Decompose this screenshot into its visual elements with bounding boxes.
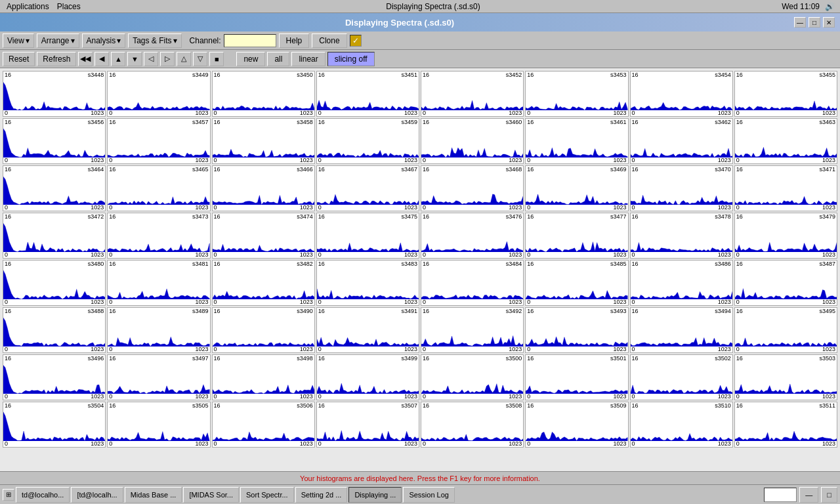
spectrum-cell[interactable]: 16s350101023	[525, 354, 628, 400]
spectrum-cell[interactable]: 16s345101023	[316, 71, 419, 117]
spectrum-cell[interactable]: 16s346501023	[107, 165, 210, 211]
nav-down2-button[interactable]: ▽	[193, 52, 207, 66]
os-places-menu[interactable]: Places	[53, 0, 85, 14]
spectrum-cell[interactable]: 16s348901023	[107, 307, 210, 353]
tags-fits-menu[interactable]: Tags & Fits ▾	[128, 33, 181, 48]
taskbar-btn-1[interactable]: td@localho...	[16, 487, 70, 503]
view-menu[interactable]: View ▾	[3, 33, 34, 48]
spectrum-cell[interactable]: 16s346701023	[316, 165, 419, 211]
spectrum-cell[interactable]: 16s345901023	[316, 118, 419, 164]
spectrum-cell[interactable]: 16s350001023	[421, 354, 524, 400]
spectrum-cell[interactable]: 16s348601023	[630, 260, 733, 306]
nav-stop-button[interactable]: ■	[209, 52, 224, 66]
spectrum-cell[interactable]: 16s349801023	[212, 354, 315, 400]
nav-up2-button[interactable]: △	[177, 52, 191, 66]
checkbox-checked[interactable]: ✓	[350, 35, 362, 47]
spectrum-cell[interactable]: 16s348401023	[421, 260, 524, 306]
spectrum-cell[interactable]: 16s347001023	[630, 165, 733, 211]
spectrum-cell[interactable]: 16s346101023	[525, 118, 628, 164]
channel-slicing-button[interactable]: slicing off	[327, 52, 375, 66]
minimize-button[interactable]: —	[794, 17, 806, 28]
spectrum-cell[interactable]: 16s350601023	[212, 402, 315, 448]
taskbar-minimize-all[interactable]: —	[799, 487, 818, 503]
refresh-button[interactable]: Refresh	[37, 52, 76, 66]
spectrum-cell[interactable]: 16s350701023	[316, 402, 419, 448]
spectrum-cell[interactable]: 16s351101023	[734, 402, 837, 448]
spectrum-cell[interactable]: 16s344901023	[107, 71, 210, 117]
spectrum-cell[interactable]: 16s350201023	[630, 354, 733, 400]
taskbar-btn-7[interactable]: Displaying ...	[348, 487, 402, 503]
arrange-menu[interactable]: Arrange ▾	[37, 33, 79, 48]
spectrum-cell[interactable]: 16s349501023	[734, 307, 837, 353]
taskbar-input[interactable]	[764, 488, 797, 502]
spectrum-cell[interactable]: 16s347701023	[525, 213, 628, 259]
spectrum-cell[interactable]: 16s349701023	[107, 354, 210, 400]
spectrum-cell[interactable]: 16s346801023	[421, 165, 524, 211]
spectrum-cell[interactable]: 16s347101023	[734, 165, 837, 211]
spectrum-cell[interactable]: 16s347301023	[107, 213, 210, 259]
spectrum-cell[interactable]: 16s346301023	[734, 118, 837, 164]
spectrum-cell[interactable]: 16s345501023	[734, 71, 837, 117]
nav-down-button[interactable]: ▼	[127, 52, 142, 66]
spectrum-cell[interactable]: 16s347401023	[212, 213, 315, 259]
spectrum-cell[interactable]: 16s346001023	[421, 118, 524, 164]
taskbar-btn-8[interactable]: Session Log	[403, 487, 455, 503]
spectrum-cell[interactable]: 16s347501023	[316, 213, 419, 259]
taskbar-desktop-icon[interactable]: ⊞	[3, 489, 14, 501]
spectrum-cell[interactable]: 16s345801023	[212, 118, 315, 164]
os-audio-icon[interactable]: 🔊	[825, 2, 835, 11]
nav-up-button[interactable]: ▲	[111, 52, 125, 66]
spectrum-cell[interactable]: 16s347601023	[421, 213, 524, 259]
spectrum-cell[interactable]: 16s350901023	[525, 402, 628, 448]
spectrum-cell[interactable]: 16s349301023	[525, 307, 628, 353]
spectrum-cell[interactable]: 16s351001023	[630, 402, 733, 448]
spectrum-cell[interactable]: 16s349001023	[212, 307, 315, 353]
nav-prev-fast-button[interactable]: ◀	[94, 52, 109, 66]
reset-button[interactable]: Reset	[3, 52, 35, 66]
spectrum-cell[interactable]: 16s345401023	[630, 71, 733, 117]
nav-first-button[interactable]: ◀◀	[78, 52, 93, 66]
spectrum-cell[interactable]: 16s348701023	[734, 260, 837, 306]
nav-next-button[interactable]: ▷	[160, 52, 175, 66]
spectrum-cell[interactable]: 16s348201023	[212, 260, 315, 306]
nav-prev-button[interactable]: ◁	[144, 52, 158, 66]
spectrum-cell[interactable]: 16s347801023	[630, 213, 733, 259]
taskbar-btn-3[interactable]: Midas Base ...	[125, 487, 182, 503]
spectrum-cell[interactable]: 16s346201023	[630, 118, 733, 164]
spectrum-cell[interactable]: 16s349101023	[316, 307, 419, 353]
os-app-menu[interactable]: Applications	[3, 0, 53, 14]
spectrum-cell[interactable]: 16s348301023	[316, 260, 419, 306]
spectrum-cell[interactable]: 16s350501023	[107, 402, 210, 448]
spectrum-cell[interactable]: 16s348101023	[107, 260, 210, 306]
taskbar-btn-5[interactable]: Sort Spectr...	[240, 487, 294, 503]
channel-new-button[interactable]: new	[236, 52, 265, 66]
spectrum-cell[interactable]: 16s345201023	[421, 71, 524, 117]
spectrum-cell[interactable]: 16s347201023	[3, 213, 106, 259]
channel-input[interactable]	[224, 34, 276, 47]
spectrum-cell[interactable]: 16s349901023	[316, 354, 419, 400]
spectrum-cell[interactable]: 16s346901023	[525, 165, 628, 211]
spectrum-cell[interactable]: 16s350301023	[734, 354, 837, 400]
spectrum-cell[interactable]: 16s345001023	[212, 71, 315, 117]
spectrum-cell[interactable]: 16s348001023	[3, 260, 106, 306]
spectrum-cell[interactable]: 16s344801023	[3, 71, 106, 117]
spectrum-cell[interactable]: 16s347901023	[734, 213, 837, 259]
spectrum-cell[interactable]: 16s346401023	[3, 165, 106, 211]
maximize-button[interactable]: □	[808, 17, 820, 28]
spectrum-cell[interactable]: 16s350801023	[421, 402, 524, 448]
spectrum-cell[interactable]: 16s348801023	[3, 307, 106, 353]
spectrum-cell[interactable]: 16s346601023	[212, 165, 315, 211]
clone-button[interactable]: Clone	[312, 33, 346, 48]
spectrum-cell[interactable]: 16s345301023	[525, 71, 628, 117]
spectrum-cell[interactable]: 16s350401023	[3, 402, 106, 448]
spectrum-cell[interactable]: 16s349401023	[630, 307, 733, 353]
channel-linear-button[interactable]: linear	[291, 52, 325, 66]
spectrum-cell[interactable]: 16s345601023	[3, 118, 106, 164]
taskbar-btn-2[interactable]: [td@localh...	[71, 487, 123, 503]
spectrum-cell[interactable]: 16s345701023	[107, 118, 210, 164]
analysis-menu[interactable]: Analysis ▾	[82, 33, 126, 48]
taskbar-btn-4[interactable]: [MIDAS Sor...	[183, 487, 239, 503]
spectrum-cell[interactable]: 16s348501023	[525, 260, 628, 306]
taskbar-maximize-all[interactable]: □	[821, 487, 837, 503]
spectrum-cell[interactable]: 16s349601023	[3, 354, 106, 400]
